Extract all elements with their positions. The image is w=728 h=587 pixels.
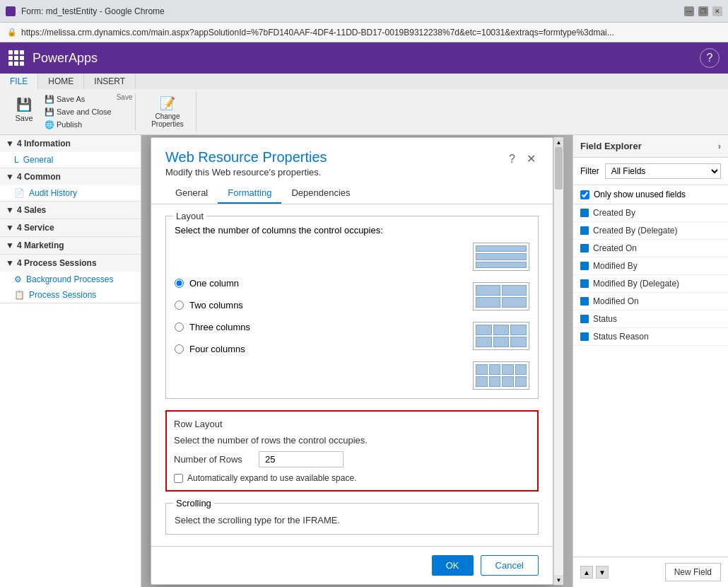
browser-addressbar: 🔒 https://melissa.crm.dynamics.com/main.…: [0, 23, 728, 42]
save-as-icon: 💾: [45, 95, 54, 104]
field-item-modified-by-delegate[interactable]: Modified By (Delegate): [573, 275, 728, 293]
field-explorer-footer: ▲ ▼ New Field: [573, 557, 728, 587]
cancel-button[interactable]: Cancel: [481, 555, 539, 576]
field-item-created-by-delegate[interactable]: Created By (Delegate): [573, 222, 728, 240]
sidebar-section-marketing-header[interactable]: ▼ 4 Marketing: [0, 237, 141, 254]
sidebar-item-general[interactable]: L General: [0, 152, 141, 168]
sidebar-section-process-sessions: ▼ 4 Process Sessions ⚙ Background Proces…: [0, 255, 141, 303]
sidebar-section-process-header[interactable]: ▼ 4 Process Sessions: [0, 255, 141, 272]
three-columns-option[interactable]: Three columns: [175, 322, 464, 332]
properties-icon: 📝: [160, 95, 175, 111]
ribbon-save-group: 💾 Save 💾 Save As 💾 Save and Close: [6, 93, 136, 131]
scrollbar-up-arrow[interactable]: ▲: [554, 137, 563, 147]
field-icon-created-by: [580, 209, 589, 217]
sidebar-section-sales: ▼ 4 Sales: [0, 202, 141, 219]
tab-file[interactable]: FILE: [0, 74, 38, 89]
number-rows-row: Number of Rows: [174, 451, 530, 467]
close-button[interactable]: ✕: [712, 6, 722, 16]
main-area: ▼ 4 Information L General ▼ 4 Common 📄 A…: [0, 135, 728, 587]
auto-expand-checkbox[interactable]: [174, 474, 183, 483]
tab-dependencies[interactable]: Dependencies: [281, 183, 360, 204]
field-item-status[interactable]: Status: [573, 310, 728, 328]
ok-button[interactable]: OK: [432, 555, 474, 576]
sidebar-section-information: ▼ 4 Information L General: [0, 135, 141, 168]
tab-home[interactable]: HOME: [38, 74, 84, 89]
sidebar-section-common-header[interactable]: ▼ 4 Common: [0, 168, 141, 185]
two-columns-option[interactable]: Two columns: [175, 300, 464, 310]
modal-subtitle: Modify this Web resource's properties.: [165, 167, 327, 178]
sidebar-section-service-header[interactable]: ▼ 4 Service: [0, 219, 141, 236]
background-icon: ⚙: [14, 274, 22, 284]
number-rows-input[interactable]: [259, 451, 344, 467]
sidebar-item-audit-history[interactable]: 📄 Audit History: [0, 185, 141, 201]
field-item-modified-by[interactable]: Modified By: [573, 257, 728, 275]
field-item-modified-on[interactable]: Modified On: [573, 293, 728, 310]
sidebar-section-service: ▼ 4 Service: [0, 219, 141, 237]
save-as-button[interactable]: 💾 Save As: [41, 93, 115, 105]
process-sessions-icon: 📋: [14, 290, 25, 300]
preview-1col: [473, 243, 529, 271]
address-bar[interactable]: https://melissa.crm.dynamics.com/main.as…: [21, 28, 721, 37]
new-field-button[interactable]: New Field: [665, 563, 721, 581]
scrollbar-down-arrow[interactable]: ▼: [554, 575, 563, 585]
publish-button[interactable]: 🌐 Publish: [41, 119, 115, 131]
tab-general[interactable]: General: [165, 183, 218, 204]
field-item-status-reason[interactable]: Status Reason: [573, 328, 728, 346]
save-and-close-button[interactable]: 💾 Save and Close: [41, 106, 115, 118]
four-columns-option[interactable]: Four columns: [175, 344, 464, 354]
modal-help-button[interactable]: ?: [506, 150, 518, 168]
field-list-scroll-down[interactable]: ▼: [596, 566, 609, 579]
ribbon: FILE HOME INSERT 💾 Save 💾 Save As: [0, 74, 728, 135]
preview-2col: [473, 282, 529, 310]
one-column-radio[interactable]: [175, 279, 184, 288]
sidebar-section-marketing: ▼ 4 Marketing: [0, 237, 141, 255]
modal-title: Web Resource Properties: [165, 149, 327, 165]
maximize-button[interactable]: ❐: [698, 6, 708, 16]
auto-expand-checkbox-label[interactable]: Automatically expand to use available sp…: [174, 473, 530, 483]
modal-overlay: Web Resource Properties Modify this Web …: [141, 135, 573, 587]
three-columns-radio[interactable]: [175, 322, 184, 332]
row-layout-title: Row Layout: [174, 419, 530, 429]
minimize-button[interactable]: —: [684, 6, 694, 16]
only-unused-checkbox[interactable]: [580, 190, 589, 199]
field-explorer-header: Field Explorer ›: [573, 135, 728, 158]
help-button[interactable]: ?: [700, 48, 720, 68]
preview-4col: [473, 361, 529, 390]
field-explorer-title: Field Explorer: [580, 141, 642, 151]
sidebar: ▼ 4 Information L General ▼ 4 Common 📄 A…: [0, 135, 141, 587]
sidebar-item-background-processes[interactable]: ⚙ Background Processes: [0, 272, 141, 287]
only-unused-row: Only show unused fields: [573, 185, 728, 204]
waffle-icon[interactable]: [8, 50, 24, 66]
save-button[interactable]: 💾 Save: [8, 93, 40, 126]
field-explorer-expand-icon[interactable]: ›: [718, 141, 721, 151]
four-columns-radio[interactable]: [175, 344, 184, 354]
top-nav: PowerApps ?: [0, 42, 728, 74]
modal-tabs: General Formatting Dependencies: [151, 183, 553, 204]
two-columns-radio[interactable]: [175, 301, 184, 310]
field-item-created-by[interactable]: Created By: [573, 204, 728, 222]
modal-close-button[interactable]: ✕: [524, 149, 539, 168]
sidebar-section-information-header[interactable]: ▼ 4 Information: [0, 135, 141, 152]
sales-arrow: ▼: [6, 205, 14, 215]
field-icon-status-reason: [580, 332, 589, 341]
sidebar-item-process-sessions[interactable]: 📋 Process Sessions: [0, 287, 141, 303]
sidebar-section-sales-header[interactable]: ▼ 4 Sales: [0, 202, 141, 219]
change-properties-button[interactable]: 📝 Change Properties: [141, 92, 193, 132]
scrollbar-thumb[interactable]: [555, 147, 563, 190]
field-icon-status: [580, 315, 589, 323]
modal-with-scrollbar: Web Resource Properties Modify this Web …: [151, 137, 563, 585]
tab-formatting[interactable]: Formatting: [218, 183, 281, 204]
scrolling-legend: Scrolling: [173, 498, 214, 508]
save-icon: 💾: [16, 97, 32, 112]
tab-insert[interactable]: INSERT: [84, 74, 136, 89]
field-icon-modified-by-delegate: [580, 279, 589, 288]
save-close-icon: 💾: [45, 107, 54, 117]
row-layout-section: Row Layout Select the number of rows the…: [165, 410, 539, 492]
filter-select[interactable]: All Fields Custom Fields System Fields: [605, 163, 721, 179]
field-list-scroll-up[interactable]: ▲: [580, 566, 593, 579]
layout-legend: Layout: [173, 211, 206, 221]
scrolling-section: Scrolling Select the scrolling type for …: [165, 503, 539, 535]
field-item-created-on[interactable]: Created On: [573, 240, 728, 257]
field-list: Created By Created By (Delegate) Created…: [573, 204, 728, 557]
one-column-option[interactable]: One column: [175, 278, 464, 289]
